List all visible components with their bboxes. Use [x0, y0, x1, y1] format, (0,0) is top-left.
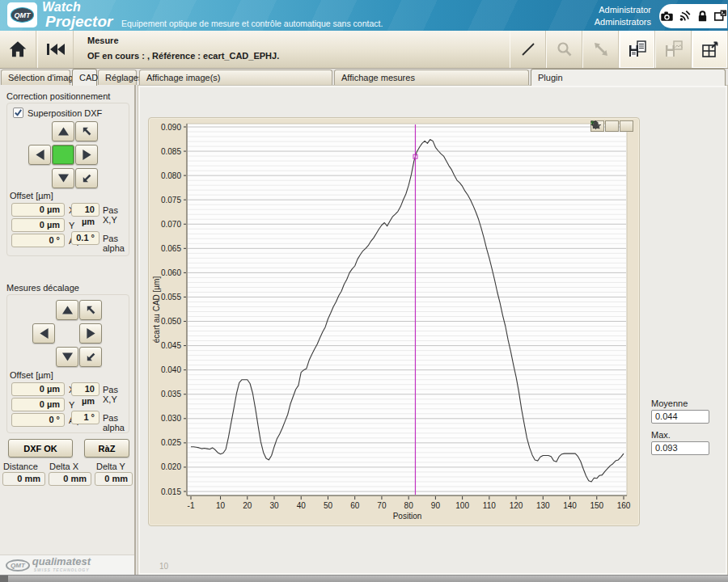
- svg-text:écart au CAD [µm]: écart au CAD [µm]: [152, 276, 161, 344]
- qualimatest-subtext: SWISS TECHNOLOGY: [34, 566, 91, 574]
- svg-text:0.085: 0.085: [161, 147, 181, 156]
- distance-field: 0 mm: [2, 472, 45, 486]
- zoom-tool-icon[interactable]: [605, 120, 619, 132]
- tab-affichage-images[interactable]: Affichage image(s): [139, 70, 332, 85]
- moyenne-label: Moyenne: [651, 399, 716, 408]
- resize-window-icon[interactable]: [713, 9, 728, 23]
- back-to-start-button[interactable]: [37, 31, 74, 68]
- pas-xy-label: Pas X,Y: [103, 205, 134, 225]
- tab-label: Plugin: [538, 73, 563, 82]
- move-up-button[interactable]: [52, 121, 74, 141]
- svg-text:90: 90: [431, 501, 441, 510]
- mes-offset-x-field[interactable]: 0 µm: [11, 382, 65, 396]
- layout-grid-icon: [700, 39, 721, 60]
- offset-y-label: Y: [69, 221, 74, 230]
- tab-plugin[interactable]: Plugin: [531, 69, 726, 86]
- pan-hand-icon[interactable]: [620, 120, 633, 132]
- mes-move-down-left-button[interactable]: [79, 347, 102, 367]
- svg-text:0.050: 0.050: [161, 317, 181, 326]
- raz-button[interactable]: RàZ: [84, 439, 129, 458]
- pas-alpha-field[interactable]: 0.1 °: [71, 231, 99, 245]
- svg-text:20: 20: [243, 501, 252, 510]
- arrow-down-left-icon: [81, 172, 93, 184]
- deviation-chart[interactable]: 0.0150.0200.0250.0300.0350.0400.0450.050…: [149, 118, 639, 525]
- app-title: Watch Projector: [42, 1, 112, 29]
- svg-text:0.040: 0.040: [161, 365, 181, 374]
- tab-label: Sélection d'image: [8, 73, 78, 82]
- move-down-left-button[interactable]: [75, 168, 98, 188]
- mes-move-up-left-button[interactable]: [79, 300, 102, 320]
- save-image-button[interactable]: [655, 31, 692, 68]
- moyenne-value: 0.044: [651, 410, 709, 424]
- qmt-logo-badge: QMT: [11, 7, 34, 23]
- qualimatest-logo: QMT qualimatest SWISS TECHNOLOGY: [0, 555, 134, 576]
- status-bar: [0, 575, 728, 582]
- tab-reglages[interactable]: Réglages: [98, 70, 137, 85]
- svg-text:150: 150: [590, 501, 603, 510]
- move-up-left-button[interactable]: [75, 121, 98, 141]
- layout-grid-button[interactable]: [692, 31, 728, 68]
- dxf-ok-button[interactable]: DXF OK: [8, 439, 73, 458]
- move-down-button[interactable]: [52, 168, 74, 188]
- svg-text:70: 70: [377, 501, 387, 510]
- save-report-button[interactable]: [619, 31, 655, 68]
- mes-pas-xy-label: Pas X,Y: [103, 385, 134, 404]
- home-button[interactable]: [0, 31, 36, 68]
- mes-offset-y-label: Y: [69, 400, 74, 410]
- lock-icon[interactable]: [695, 9, 710, 23]
- app-title-line2: Projector: [45, 14, 112, 29]
- toolbar-subtitle: OF en cours : , Référence : ecart_CAD_EP…: [87, 51, 279, 61]
- delta-x-field: 0 mm: [49, 472, 91, 486]
- chart-footnote: 10: [159, 562, 168, 571]
- svg-text:140: 140: [563, 501, 577, 510]
- superposition-dxf-checkbox[interactable]: Superposition DXF: [13, 108, 102, 118]
- tab-affichage-mesures[interactable]: Affichage mesures: [334, 70, 529, 85]
- mes-pas-alpha-field[interactable]: 1 °: [71, 411, 99, 424]
- qualimatest-badge: QMT: [6, 559, 30, 571]
- svg-text:110: 110: [483, 501, 496, 510]
- mes-move-down-button[interactable]: [56, 347, 78, 367]
- svg-text:50: 50: [324, 501, 333, 510]
- svg-text:0.025: 0.025: [161, 438, 181, 447]
- mes-move-right-button[interactable]: [79, 323, 102, 344]
- toolbar-title: Mesure: [87, 36, 279, 45]
- save-report-icon: [627, 39, 648, 60]
- checkbox-label: Superposition DXF: [28, 108, 102, 118]
- mes-pas-alpha-label: Pas alpha: [103, 413, 134, 432]
- mes-offset-alpha-field[interactable]: 0 °: [11, 413, 65, 427]
- save-image-icon: [663, 39, 684, 60]
- camera-icon[interactable]: [659, 9, 675, 23]
- offset-y-field[interactable]: 0 µm: [11, 218, 65, 232]
- pas-xy-field[interactable]: 10 µm: [71, 203, 99, 217]
- tab-selection-image[interactable]: Sélection d'image: [1, 70, 70, 85]
- wireless-icon[interactable]: [677, 9, 692, 23]
- deviation-chart-panel: 0.0150.0200.0250.0300.0350.0400.0450.050…: [148, 117, 640, 526]
- center-indicator-button[interactable]: [52, 145, 74, 165]
- svg-text:0.075: 0.075: [161, 196, 181, 205]
- svg-text:60: 60: [350, 501, 360, 510]
- svg-text:40: 40: [297, 501, 307, 510]
- tab-cad[interactable]: CAD: [72, 69, 97, 86]
- delta-x-label: Delta X: [49, 462, 78, 471]
- user-group: Administrators: [595, 16, 651, 28]
- arrow-down-icon: [61, 352, 74, 362]
- fit-arrows-icon: [591, 40, 611, 59]
- app-tagline: Equipement optique de mesure et contrôle…: [121, 19, 383, 28]
- mes-move-up-button[interactable]: [56, 300, 78, 320]
- arrow-right-icon: [82, 149, 92, 161]
- offset-x-field[interactable]: 0 µm: [11, 203, 65, 217]
- mes-offset-y-field[interactable]: 0 µm: [11, 398, 65, 411]
- tab-label: Réglages: [105, 73, 142, 82]
- mes-move-left-button[interactable]: [32, 323, 55, 344]
- qualimatest-text: qualimatest SWISS TECHNOLOGY: [32, 558, 91, 574]
- svg-text:120: 120: [510, 501, 523, 510]
- offset-alpha-field[interactable]: 0 °: [11, 234, 65, 247]
- arrow-right-icon: [86, 327, 96, 340]
- move-right-button[interactable]: [75, 145, 98, 165]
- move-left-button[interactable]: [28, 145, 51, 165]
- search-button[interactable]: [546, 31, 582, 68]
- fit-view-button[interactable]: [582, 31, 619, 68]
- svg-text:0.020: 0.020: [161, 462, 181, 471]
- line-tool-button[interactable]: [510, 31, 546, 68]
- mes-pas-xy-field[interactable]: 10 µm: [71, 382, 99, 396]
